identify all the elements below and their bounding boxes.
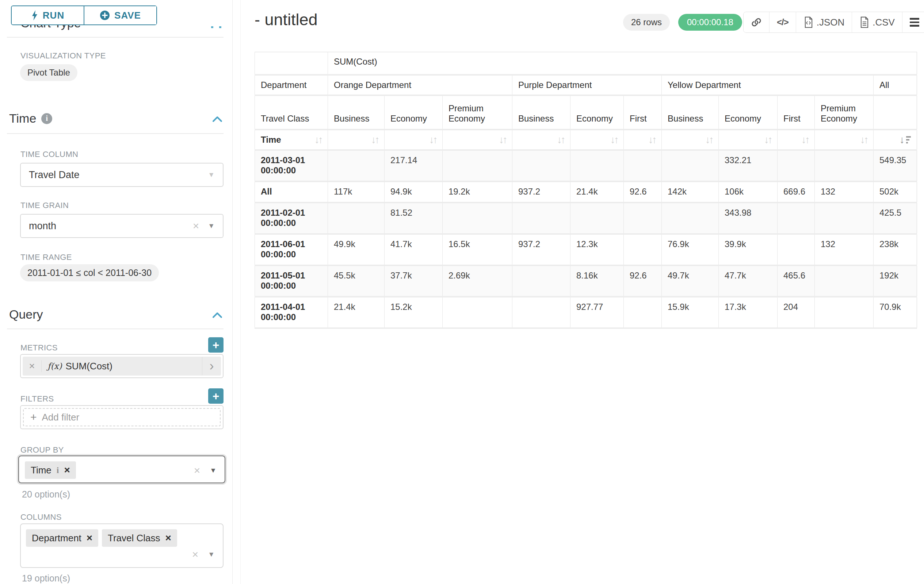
- time-range-pill[interactable]: 2011-01-01 ≤ col < 2011-06-30: [20, 264, 159, 281]
- clear-icon[interactable]: ×: [194, 464, 201, 477]
- cell: [815, 202, 874, 234]
- row-label: 2011-03-01 00:00:00: [255, 150, 328, 181]
- lightning-icon: [31, 10, 38, 20]
- columns-tag[interactable]: Travel Class ×: [102, 529, 177, 547]
- cell: [328, 150, 384, 181]
- time-sort-header[interactable]: Time↓↑: [255, 130, 328, 150]
- class-header: Business: [512, 95, 571, 130]
- sort-icon[interactable]: ↓↑: [499, 135, 506, 145]
- chevron-down-icon[interactable]: ▼: [208, 550, 215, 558]
- run-button[interactable]: RUN: [12, 6, 84, 25]
- column-sort-header-active[interactable]: ↓: [874, 130, 917, 150]
- sort-icon[interactable]: ↓↑: [764, 135, 771, 145]
- chart-area: - untitled 26 rows 00:00:00.18 </> .JSON: [241, 0, 924, 584]
- table-row: 2011-03-01 00:00:00 217.14 332.21 549.35: [255, 150, 917, 181]
- column-sort-header[interactable]: ↓↑: [815, 130, 874, 150]
- cell: [328, 202, 384, 234]
- sort-icon[interactable]: ↓↑: [860, 135, 867, 145]
- share-link-button[interactable]: [744, 12, 769, 33]
- expand-metric-icon[interactable]: ›: [202, 357, 221, 375]
- cell: [815, 150, 874, 181]
- column-sort-header[interactable]: ↓↑: [512, 130, 571, 150]
- sort-icon[interactable]: ↓↑: [801, 135, 808, 145]
- chevron-up-icon[interactable]: [211, 311, 223, 320]
- cell: 2.69k: [443, 265, 512, 297]
- export-json-button[interactable]: .JSON: [796, 12, 852, 33]
- info-icon[interactable]: i: [57, 466, 59, 475]
- sort-icon[interactable]: ↓↑: [648, 135, 655, 145]
- remove-metric-icon[interactable]: ×: [23, 360, 42, 372]
- cell: 45.5k: [328, 265, 384, 297]
- row-label: 2011-02-01 00:00:00: [255, 202, 328, 234]
- sort-icon[interactable]: ↓↑: [610, 135, 617, 145]
- remove-tag-icon[interactable]: ×: [165, 532, 171, 544]
- divider: [7, 133, 223, 134]
- cell: 16.5k: [443, 234, 512, 265]
- columns-options-count: 19 option(s): [22, 573, 70, 584]
- info-icon[interactable]: i: [41, 113, 52, 124]
- chevron-down-icon[interactable]: ▼: [210, 466, 216, 474]
- plus-circle-icon: [100, 10, 110, 20]
- group-by-select[interactable]: Time i × × ▼: [18, 456, 225, 483]
- cell: [777, 150, 815, 181]
- class-header: Economy: [719, 95, 777, 130]
- chevron-down-icon[interactable]: ▼: [208, 171, 215, 179]
- cell: [815, 265, 874, 297]
- cell: [777, 202, 815, 234]
- divider: [7, 37, 223, 38]
- group-by-tag[interactable]: Time i ×: [25, 461, 76, 479]
- department-header-row: Department Orange Department Purple Depa…: [255, 75, 917, 95]
- sort-icon[interactable]: ↓↑: [429, 135, 436, 145]
- sort-icon[interactable]: ↓↑: [314, 135, 322, 145]
- column-sort-header[interactable]: ↓↑: [777, 130, 815, 150]
- more-options-button[interactable]: [903, 12, 924, 33]
- time-grain-select[interactable]: month × ▼: [20, 214, 223, 238]
- time-section-heading: Time i: [9, 111, 52, 125]
- department-axis-label: Department: [255, 75, 328, 95]
- visualization-type-pill[interactable]: Pivot Table: [20, 64, 78, 81]
- save-button[interactable]: SAVE: [84, 6, 156, 25]
- sort-descending-icon[interactable]: ↓: [899, 135, 911, 145]
- drag-dot: [211, 26, 213, 28]
- add-metric-button[interactable]: +: [208, 337, 223, 353]
- chevron-down-icon[interactable]: ▼: [208, 222, 215, 230]
- cell: 549.35: [874, 150, 917, 181]
- sort-icon[interactable]: ↓↑: [557, 135, 564, 145]
- add-filter-plus-button[interactable]: +: [208, 388, 223, 404]
- cell: 37.7k: [384, 265, 443, 297]
- cell: 217.14: [384, 150, 443, 181]
- cell: [571, 202, 624, 234]
- cell: 15.9k: [662, 297, 719, 328]
- row-label: 2011-06-01 00:00:00: [255, 234, 328, 265]
- column-sort-header[interactable]: ↓↑: [571, 130, 624, 150]
- column-sort-header[interactable]: ↓↑: [328, 130, 384, 150]
- remove-tag-icon[interactable]: ×: [87, 532, 92, 544]
- clear-icon[interactable]: ×: [193, 220, 200, 232]
- cell: [571, 150, 624, 181]
- remove-tag-icon[interactable]: ×: [64, 464, 70, 476]
- cell: 92.6: [624, 181, 662, 202]
- chevron-up-icon[interactable]: [211, 115, 223, 124]
- metric-pill[interactable]: × ƒ(x) SUM(Cost) ›: [23, 357, 221, 375]
- cell: [512, 265, 571, 297]
- export-toolbar: </> .JSON .CSV: [743, 12, 924, 33]
- export-csv-button[interactable]: .CSV: [852, 12, 903, 33]
- columns-select[interactable]: Department × Travel Class × × ▼: [20, 523, 223, 568]
- add-filter-button[interactable]: + Add filter: [23, 408, 221, 426]
- clear-icon[interactable]: ×: [192, 548, 199, 561]
- column-sort-header[interactable]: ↓↑: [719, 130, 777, 150]
- view-query-button[interactable]: </>: [769, 12, 796, 33]
- sort-icon[interactable]: ↓↑: [705, 135, 713, 145]
- time-column-select[interactable]: Travel Date ▼: [20, 163, 223, 187]
- column-sort-header[interactable]: ↓↑: [624, 130, 662, 150]
- table-row: 2011-04-01 00:00:00 21.4k 15.2k 927.77 1…: [255, 297, 917, 328]
- class-header: Premium Economy: [443, 95, 512, 130]
- columns-tag[interactable]: Department ×: [26, 529, 98, 547]
- cell: 937.2: [512, 234, 571, 265]
- column-sort-header[interactable]: ↓↑: [662, 130, 719, 150]
- sort-icon[interactable]: ↓↑: [371, 135, 378, 145]
- class-header: Economy: [384, 95, 443, 130]
- column-sort-header[interactable]: ↓↑: [443, 130, 512, 150]
- column-sort-header[interactable]: ↓↑: [384, 130, 443, 150]
- drag-dot: [219, 26, 221, 28]
